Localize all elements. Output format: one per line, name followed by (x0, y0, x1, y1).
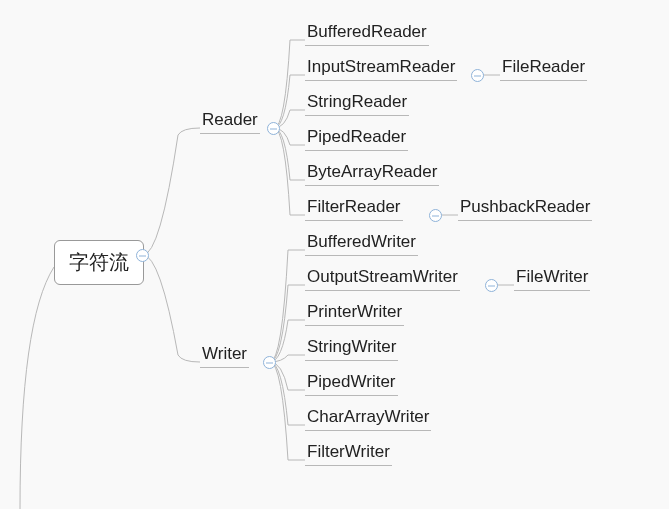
leaf-chararraywriter[interactable]: CharArrayWriter (305, 407, 431, 431)
leaf-filereader[interactable]: FileReader (500, 57, 587, 81)
leaf-filewriter[interactable]: FileWriter (514, 267, 590, 291)
branch-reader[interactable]: Reader (200, 110, 260, 134)
leaf-filterwriter[interactable]: FilterWriter (305, 442, 392, 466)
leaf-printerwriter[interactable]: PrinterWriter (305, 302, 404, 326)
leaf-filterreader[interactable]: FilterReader (305, 197, 403, 221)
branch-writer[interactable]: Writer (200, 344, 249, 368)
collapse-icon[interactable] (267, 122, 280, 135)
collapse-icon[interactable] (263, 356, 276, 369)
collapse-icon[interactable] (485, 279, 498, 292)
leaf-pushbackreader[interactable]: PushbackReader (458, 197, 592, 221)
branch-reader-label: Reader (202, 110, 258, 129)
collapse-icon[interactable] (471, 69, 484, 82)
leaf-bufferedreader[interactable]: BufferedReader (305, 22, 429, 46)
leaf-inputstreamreader[interactable]: InputStreamReader (305, 57, 457, 81)
root-label: 字符流 (69, 251, 129, 273)
leaf-bytearrayreader[interactable]: ByteArrayReader (305, 162, 439, 186)
leaf-outputstreamwriter[interactable]: OutputStreamWriter (305, 267, 460, 291)
leaf-stringreader[interactable]: StringReader (305, 92, 409, 116)
collapse-icon[interactable] (429, 209, 442, 222)
leaf-bufferedwriter[interactable]: BufferedWriter (305, 232, 418, 256)
branch-writer-label: Writer (202, 344, 247, 363)
collapse-icon[interactable] (136, 249, 149, 262)
leaf-pipedreader[interactable]: PipedReader (305, 127, 408, 151)
root-node[interactable]: 字符流 (54, 240, 144, 285)
leaf-pipedwriter[interactable]: PipedWriter (305, 372, 398, 396)
leaf-stringwriter[interactable]: StringWriter (305, 337, 398, 361)
